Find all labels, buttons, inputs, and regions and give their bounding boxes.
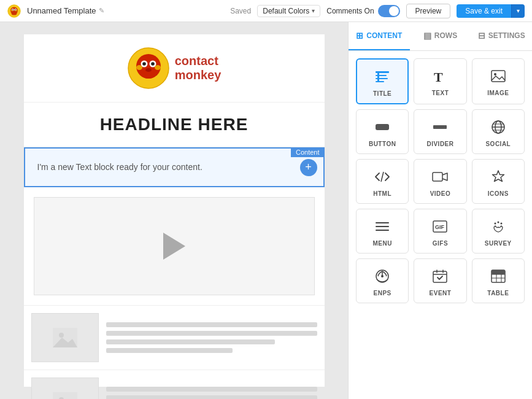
svg-rect-59 [492,270,505,274]
event-icon [432,268,448,285]
template-title: Unnamed Template ✎ [27,6,224,15]
logo-monkey: monkey [175,68,222,82]
svg-rect-26 [376,75,387,76]
contactmonkey-logo-icon [127,47,170,90]
add-content-button[interactable]: + [300,159,317,176]
svg-point-2 [12,11,17,15]
tab-content-label: CONTENT [366,31,402,40]
image-text-row-1[interactable] [24,306,325,370]
text-lines-2 [106,378,317,399]
svg-point-32 [494,73,496,76]
svg-point-7 [11,10,13,11]
svg-line-40 [381,172,384,182]
event-label: EVENT [430,290,452,296]
svg-point-16 [142,62,146,66]
svg-point-17 [151,62,155,66]
content-item-gifs[interactable]: GIF GIFS [414,209,466,254]
social-label: SOCIAL [485,141,511,147]
icons-label: ICONS [488,190,509,197]
content-item-survey[interactable]: SURVEY [472,209,525,254]
svg-rect-22 [53,392,77,399]
svg-point-49 [497,222,499,223]
play-icon [163,233,185,260]
text-line [106,395,317,399]
preview-button[interactable]: Preview [406,4,451,18]
gifs-icon: GIF [432,218,448,235]
panel-tabs: ⊞ CONTENT ▤ ROWS ⊟ SETTINGS [349,22,532,51]
chevron-down-icon: ▾ [312,7,315,14]
template-headline[interactable]: HEADLINE HERE [24,103,325,147]
image-placeholder-icon-2 [53,392,77,399]
email-template: contact monkey HEADLINE HERE Content I'm… [24,34,325,387]
video-label: VIDEO [430,190,451,197]
button-label: BUTTON [369,141,396,147]
tab-settings[interactable]: ⊟ SETTINGS [471,22,532,50]
content-item-video[interactable]: VIDEO [414,159,466,204]
divider-icon [432,118,448,136]
content-item-social[interactable]: SOCIAL [472,109,525,154]
content-item-html[interactable]: HTML [356,159,409,204]
svg-rect-33 [376,124,389,130]
button-icon [374,118,390,136]
content-item-enps[interactable]: ENPS [356,258,409,303]
content-item-text[interactable]: T TEXT [414,58,466,104]
content-item-divider[interactable]: DIVIDER [414,109,466,154]
enps-icon [374,268,390,285]
survey-icon [490,218,506,235]
svg-rect-28 [376,81,384,82]
svg-rect-29 [377,71,379,82]
table-icon [490,268,506,285]
image-text-row-2[interactable] [24,370,325,399]
menu-label: MENU [372,240,391,247]
text-line [106,387,317,392]
svg-rect-54 [433,271,447,282]
svg-text:T: T [434,69,443,84]
content-item-button[interactable]: BUTTON [356,109,409,154]
logo-text: contact monkey [175,54,222,82]
image-placeholder-icon [53,328,77,347]
content-block[interactable]: Content I'm a new Text block ready for y… [24,147,325,187]
canvas: contact monkey HEADLINE HERE Content I'm… [0,22,348,399]
content-item-event[interactable]: EVENT [414,258,466,303]
comments-toggle[interactable] [378,5,400,17]
colors-label: Default Colors [263,7,309,15]
template-header: contact monkey [24,34,325,103]
comments-label: Comments On [326,7,374,15]
content-item-image[interactable]: IMAGE [472,58,525,104]
survey-label: SURVEY [485,240,512,247]
edit-title-icon[interactable]: ✎ [99,7,104,15]
text-icon: T [432,68,448,85]
save-exit-button[interactable]: Save & exit [457,4,511,18]
save-dropdown-arrow[interactable]: ▾ [511,4,525,18]
colors-dropdown[interactable]: Default Colors ▾ [257,5,320,17]
video-placeholder [34,197,315,295]
text-lines-1 [106,313,317,362]
video-block[interactable] [24,187,325,306]
svg-point-50 [500,223,502,225]
text-label: TEXT [432,90,449,96]
tab-rows-label: ROWS [434,31,457,40]
content-item-icons[interactable]: ICONS [472,159,525,204]
text-line [106,348,233,353]
svg-rect-34 [433,125,447,129]
app-logo [7,4,21,18]
divider-label: DIVIDER [426,141,453,147]
video-icon [432,168,448,185]
logo-contact: contact [175,54,222,68]
svg-rect-41 [433,172,442,181]
social-icon [490,118,506,136]
content-items-grid: TITLE T TEXT [349,51,532,311]
svg-point-8 [15,10,17,11]
content-item-title[interactable]: TITLE [356,58,409,104]
text-line [106,331,317,336]
svg-rect-31 [492,71,505,82]
tab-rows[interactable]: ▤ ROWS [410,22,471,50]
image-thumbnail-2 [31,378,99,399]
enps-label: ENPS [374,290,391,296]
menu-icon [374,218,390,235]
image-label: IMAGE [487,90,509,96]
content-item-table[interactable]: TABLE [472,258,525,303]
image-thumbnail-1 [31,313,99,362]
tab-content[interactable]: ⊞ CONTENT [349,22,410,50]
content-item-menu[interactable]: MENU [356,209,409,254]
